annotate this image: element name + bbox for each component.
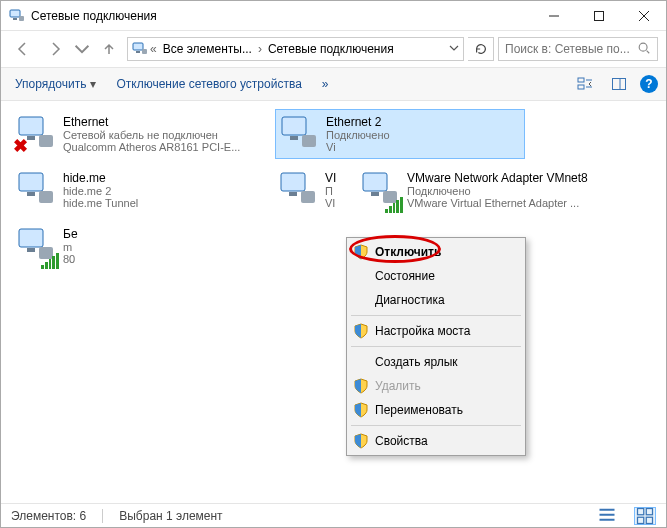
organize-menu[interactable]: Упорядочить ▾ <box>9 73 102 95</box>
disable-device-button[interactable]: Отключение сетевого устройства <box>110 73 307 95</box>
maximize-button[interactable] <box>576 1 621 30</box>
ctx-disable[interactable]: Отключить <box>349 240 523 264</box>
forward-button[interactable] <box>41 35 69 63</box>
ctx-label: Настройка моста <box>375 324 470 338</box>
adapter-item[interactable]: Ethernet 2 Подключено Vi <box>275 109 525 159</box>
svg-rect-14 <box>282 117 306 135</box>
network-adapter-icon <box>359 169 401 211</box>
disconnected-x-icon: ✖ <box>13 135 28 157</box>
svg-rect-8 <box>578 78 584 82</box>
svg-rect-24 <box>371 192 379 196</box>
adapter-name: Бе <box>63 227 78 241</box>
breadcrumb-segment[interactable]: Сетевые подключения <box>264 42 398 56</box>
adapter-device: 80 <box>63 253 78 265</box>
network-adapter-icon: ✖ <box>15 113 57 155</box>
ctx-shortcut[interactable]: Создать ярлык <box>349 350 523 374</box>
shield-icon <box>353 433 369 449</box>
svg-rect-15 <box>290 136 298 140</box>
organize-label: Упорядочить <box>15 77 86 91</box>
details-view-button[interactable] <box>596 507 618 525</box>
ctx-label: Удалить <box>375 379 421 393</box>
back-button[interactable] <box>9 35 37 63</box>
breadcrumb[interactable]: « Все элементы... › Сетевые подключения <box>127 37 464 61</box>
adapter-device: hide.me Tunnel <box>63 197 138 209</box>
network-adapter-icon <box>278 113 320 155</box>
svg-rect-4 <box>133 43 143 50</box>
chevron-down-icon: ▾ <box>90 77 96 91</box>
svg-rect-22 <box>301 191 315 203</box>
ctx-label: Переименовать <box>375 403 463 417</box>
status-bar: Элементов: 6 Выбран 1 элемент <box>1 503 666 527</box>
signal-strength-icon <box>41 253 59 269</box>
svg-rect-23 <box>363 173 387 191</box>
shield-icon <box>353 323 369 339</box>
breadcrumb-prev-icon: « <box>150 42 157 56</box>
network-connections-icon <box>9 8 25 24</box>
svg-rect-17 <box>19 173 43 191</box>
ctx-label: Состояние <box>375 269 435 283</box>
preview-pane-button[interactable] <box>606 73 632 95</box>
network-adapter-icon <box>15 169 57 211</box>
svg-rect-6 <box>142 49 147 54</box>
ctx-label: Диагностика <box>375 293 445 307</box>
svg-rect-18 <box>27 192 35 196</box>
svg-rect-32 <box>646 517 652 523</box>
svg-rect-2 <box>19 16 24 21</box>
ctx-diagnose[interactable]: Диагностика <box>349 288 523 312</box>
svg-rect-5 <box>136 51 140 53</box>
adapter-item[interactable]: ✖ Ethernet Сетевой кабель не подключен Q… <box>13 109 263 159</box>
status-element-count: Элементов: 6 <box>11 509 86 523</box>
search-box[interactable] <box>498 37 658 61</box>
adapter-device: Qualcomm Atheros AR8161 PCI-E... <box>63 141 240 153</box>
adapter-name: Ethernet 2 <box>326 115 390 129</box>
separator <box>351 315 521 316</box>
ctx-rename[interactable]: Переименовать <box>349 398 523 422</box>
svg-point-7 <box>639 43 647 51</box>
command-bar: Упорядочить ▾ Отключение сетевого устрой… <box>1 67 666 101</box>
context-menu: Отключить Состояние Диагностика Настройк… <box>346 237 526 456</box>
adapter-name: VMware Network Adapter VMnet8 <box>407 171 588 185</box>
svg-rect-19 <box>39 191 53 203</box>
chevron-right-icon: › <box>258 42 262 56</box>
ctx-properties[interactable]: Свойства <box>349 429 523 453</box>
recent-locations-button[interactable] <box>73 35 91 63</box>
view-options-button[interactable] <box>572 73 598 95</box>
help-button[interactable]: ? <box>640 75 658 93</box>
more-commands-button[interactable]: » <box>316 73 335 95</box>
ctx-status[interactable]: Состояние <box>349 264 523 288</box>
svg-rect-0 <box>10 10 20 17</box>
spacer-icon <box>353 292 369 308</box>
status-selection: Выбран 1 элемент <box>119 509 222 523</box>
refresh-button[interactable] <box>468 37 494 61</box>
spacer-icon <box>353 268 369 284</box>
adapter-item[interactable]: Бе m 80 <box>13 221 83 271</box>
content-area: ✖ Ethernet Сетевой кабель не подключен Q… <box>1 101 666 503</box>
svg-rect-1 <box>13 18 17 20</box>
adapter-item[interactable]: VMware Network Adapter VMnet8 Подключено… <box>357 165 607 215</box>
svg-rect-16 <box>302 135 316 147</box>
ctx-bridge[interactable]: Настройка моста <box>349 319 523 343</box>
adapter-status: П <box>325 185 336 197</box>
adapter-item[interactable]: hide.me hide.me 2 hide.me Tunnel <box>13 165 263 215</box>
adapter-name: VI <box>325 171 336 185</box>
svg-rect-20 <box>281 173 305 191</box>
up-button[interactable] <box>95 35 123 63</box>
shield-icon <box>353 378 369 394</box>
adapter-status: Подключено <box>407 185 588 197</box>
search-input[interactable] <box>505 42 637 56</box>
svg-rect-10 <box>613 79 626 90</box>
disable-device-label: Отключение сетевого устройства <box>116 77 301 91</box>
chevron-down-icon[interactable] <box>449 42 459 56</box>
network-adapter-icon <box>277 169 319 211</box>
separator <box>102 509 103 523</box>
minimize-button[interactable] <box>531 1 576 30</box>
tiles-view-button[interactable] <box>634 507 656 525</box>
close-button[interactable] <box>621 1 666 30</box>
svg-rect-21 <box>289 192 297 196</box>
ctx-delete: Удалить <box>349 374 523 398</box>
breadcrumb-segment[interactable]: Все элементы... <box>159 42 256 56</box>
adapter-item[interactable]: VI П VI <box>275 165 345 215</box>
signal-strength-icon <box>385 197 403 213</box>
search-icon <box>637 41 651 58</box>
adapter-status: m <box>63 241 78 253</box>
